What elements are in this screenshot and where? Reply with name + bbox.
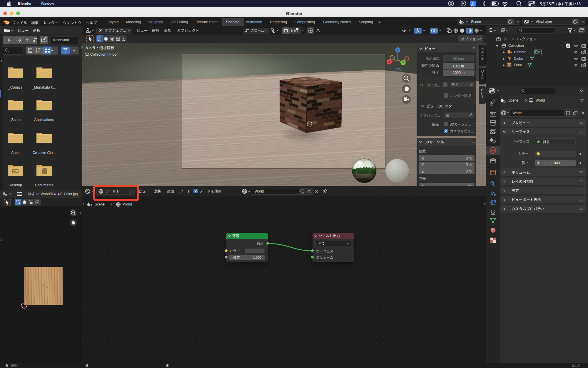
svg-text:Z: Z (397, 48, 399, 52)
svg-text:X: X (388, 60, 390, 64)
svg-text:G: G (450, 2, 452, 5)
svg-text:あ: あ (471, 2, 475, 6)
svg-text:Y: Y (402, 61, 404, 64)
